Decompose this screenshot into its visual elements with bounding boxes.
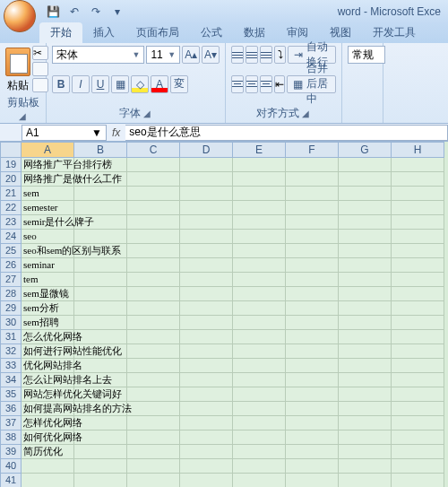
cell[interactable] bbox=[74, 316, 127, 330]
cell[interactable] bbox=[339, 158, 392, 172]
cell[interactable] bbox=[180, 273, 233, 287]
cell[interactable] bbox=[127, 416, 180, 430]
increase-font-icon[interactable]: A▴ bbox=[182, 46, 200, 64]
cell[interactable] bbox=[233, 373, 286, 387]
cell[interactable]: 怎样优化网络 bbox=[22, 416, 74, 430]
cell[interactable] bbox=[127, 258, 180, 273]
align-top-icon[interactable] bbox=[231, 46, 244, 64]
column-header-D[interactable]: D bbox=[180, 142, 233, 158]
merge-center-button[interactable]: ▦合并后居中 bbox=[287, 75, 336, 93]
font-size-combo[interactable]: 11▼ bbox=[146, 46, 180, 64]
cell[interactable] bbox=[180, 287, 233, 301]
tab-data[interactable]: 数据 bbox=[233, 22, 276, 43]
cell[interactable] bbox=[127, 230, 180, 244]
cell[interactable] bbox=[286, 373, 339, 387]
cell[interactable] bbox=[127, 201, 180, 215]
row-header[interactable]: 32 bbox=[0, 344, 22, 359]
cell[interactable] bbox=[392, 459, 444, 474]
cell[interactable]: 如何进行网站性能优化 bbox=[22, 344, 74, 359]
cell[interactable] bbox=[286, 445, 339, 459]
cell[interactable] bbox=[180, 201, 233, 215]
cell[interactable] bbox=[339, 474, 392, 487]
cell[interactable] bbox=[233, 187, 286, 201]
cell[interactable] bbox=[339, 215, 392, 230]
cell[interactable] bbox=[233, 402, 286, 416]
paste-button[interactable]: 粘贴 bbox=[5, 46, 30, 93]
cell[interactable] bbox=[392, 172, 444, 187]
row-header[interactable]: 37 bbox=[0, 416, 22, 430]
cell[interactable] bbox=[233, 330, 286, 344]
row-header[interactable]: 21 bbox=[0, 187, 22, 201]
cell[interactable] bbox=[392, 187, 444, 201]
tab-pagelayout[interactable]: 页面布局 bbox=[125, 22, 190, 43]
row-header[interactable]: 31 bbox=[0, 330, 22, 344]
cell[interactable] bbox=[180, 301, 233, 316]
qat-more-icon[interactable]: ▾ bbox=[109, 4, 125, 20]
cell[interactable] bbox=[392, 416, 444, 430]
cell[interactable] bbox=[127, 187, 180, 201]
column-header-G[interactable]: G bbox=[339, 142, 392, 158]
cell[interactable] bbox=[233, 430, 286, 445]
row-header[interactable]: 27 bbox=[0, 273, 22, 287]
cell[interactable] bbox=[339, 373, 392, 387]
fill-color-button[interactable]: ◇ bbox=[131, 75, 149, 93]
cell[interactable] bbox=[180, 445, 233, 459]
cell[interactable]: 如何优化网络 bbox=[22, 430, 74, 445]
cell[interactable] bbox=[392, 230, 444, 244]
cell[interactable] bbox=[392, 273, 444, 287]
number-format-combo[interactable]: 常规 bbox=[348, 46, 385, 64]
cell[interactable] bbox=[339, 344, 392, 359]
cell[interactable] bbox=[127, 316, 180, 330]
cell[interactable] bbox=[233, 301, 286, 316]
cell[interactable]: 怎么让网站排名上去 bbox=[22, 373, 74, 387]
bold-button[interactable]: B bbox=[52, 75, 70, 93]
cell[interactable] bbox=[233, 387, 286, 402]
cell[interactable] bbox=[233, 287, 286, 301]
cell[interactable] bbox=[286, 430, 339, 445]
cell[interactable] bbox=[180, 416, 233, 430]
cell[interactable] bbox=[74, 301, 127, 316]
row-header[interactable]: 40 bbox=[0, 459, 22, 474]
tab-home[interactable]: 开始 bbox=[39, 22, 82, 43]
cell[interactable] bbox=[286, 201, 339, 215]
cell[interactable] bbox=[127, 402, 180, 416]
cell[interactable] bbox=[180, 373, 233, 387]
row-header[interactable]: 22 bbox=[0, 201, 22, 215]
cell[interactable] bbox=[339, 416, 392, 430]
cell[interactable] bbox=[180, 172, 233, 187]
cell[interactable] bbox=[286, 273, 339, 287]
cell[interactable] bbox=[339, 445, 392, 459]
cell[interactable] bbox=[233, 416, 286, 430]
cell[interactable] bbox=[392, 330, 444, 344]
align-middle-icon[interactable] bbox=[246, 46, 258, 64]
cell[interactable] bbox=[339, 287, 392, 301]
cell[interactable] bbox=[286, 330, 339, 344]
cell[interactable]: tem bbox=[22, 273, 74, 287]
cell[interactable] bbox=[74, 287, 127, 301]
cell[interactable] bbox=[127, 244, 180, 258]
cell[interactable] bbox=[392, 158, 444, 172]
cell[interactable] bbox=[22, 474, 74, 487]
cell[interactable] bbox=[286, 230, 339, 244]
orientation-icon[interactable]: ⤵ bbox=[274, 46, 286, 64]
cell[interactable] bbox=[233, 158, 286, 172]
cell[interactable] bbox=[392, 301, 444, 316]
cell[interactable]: 优化网站排名 bbox=[22, 359, 74, 373]
cell[interactable] bbox=[74, 273, 127, 287]
cell[interactable] bbox=[233, 172, 286, 187]
cell[interactable] bbox=[392, 316, 444, 330]
cell[interactable] bbox=[74, 445, 127, 459]
select-all-corner[interactable] bbox=[0, 142, 22, 158]
formula-input[interactable]: seo是什么意思 bbox=[125, 125, 448, 141]
cell[interactable] bbox=[339, 402, 392, 416]
align-right-icon[interactable] bbox=[260, 75, 272, 93]
cell[interactable] bbox=[127, 445, 180, 459]
cell[interactable] bbox=[233, 474, 286, 487]
cell[interactable] bbox=[180, 230, 233, 244]
row-header[interactable]: 34 bbox=[0, 373, 22, 387]
cell[interactable] bbox=[233, 201, 286, 215]
cell[interactable] bbox=[233, 344, 286, 359]
cell[interactable]: 如何提高网站排名的方法 bbox=[22, 402, 74, 416]
cell[interactable] bbox=[180, 215, 233, 230]
row-header[interactable]: 19 bbox=[0, 158, 22, 172]
